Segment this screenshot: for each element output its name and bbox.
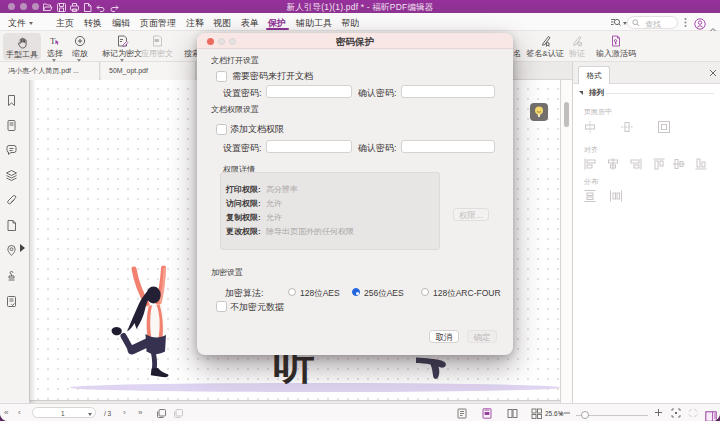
doc-open-section-label: 文档打开设置 [211,55,259,66]
zoom-label: 缩放 [69,48,91,59]
menu-file[interactable]: 文件 [8,17,33,30]
tab-page-manage[interactable]: 页面管理 [140,17,176,30]
document-icon[interactable] [5,219,18,232]
tab-comment[interactable]: 注释 [186,17,204,30]
destinations-icon[interactable] [5,244,18,257]
sidebar-expand-handle[interactable] [20,244,25,252]
no-meta-checkbox[interactable] [216,301,227,312]
require-password-checkbox[interactable] [216,71,227,82]
copy-perm-label: 复制权限: [226,212,261,223]
bookmarks-icon[interactable] [5,94,18,107]
distribute-horizontal-icon[interactable] [609,189,623,203]
tab-form[interactable]: 表单 [241,17,259,30]
align-top-icon[interactable] [652,157,666,171]
more-options-icon[interactable] [684,17,687,28]
align-left-icon[interactable] [583,157,597,171]
prev-view-icon[interactable] [156,408,167,419]
set-password-input-1[interactable] [266,85,352,98]
sign-certify-button[interactable]: 签名&认证 [524,33,566,59]
dialog-titlebar: 密码保护 [197,33,513,49]
attachments-icon[interactable] [5,194,18,207]
confirm-password-input-2[interactable] [401,140,495,153]
doc-permission-section-label: 文档权限设置 [211,104,259,115]
fit-page-icon[interactable] [671,408,681,418]
panel-close-icon[interactable] [709,69,717,79]
radio-256aes[interactable] [352,288,360,296]
next-view-icon[interactable] [173,408,184,419]
single-page-view-icon[interactable] [457,408,467,419]
password-protect-dialog: 密码保护 文档打开设置 需要密码来打开文档 设置密码: 确认密码: 文档权限设置… [197,33,513,355]
zoom-out-icon[interactable] [563,409,571,417]
doc-tab-2[interactable]: 50M_opt.pdf [101,62,196,80]
add-permission-checkbox[interactable] [216,124,227,135]
set-password-input-2[interactable] [266,140,352,153]
set-password-label-2: 设置密码: [223,142,262,155]
activation-button[interactable]: 输入激活码 [594,33,638,59]
tab-help[interactable]: 帮助 [341,17,359,30]
zoom-in-icon[interactable] [654,408,663,417]
sign-certify-label: 签名&认证 [524,48,566,59]
confirm-password-input-1[interactable] [401,85,495,98]
ok-button[interactable]: 确定 [467,330,497,343]
assistant-bulb-button[interactable] [530,103,548,121]
cancel-button[interactable]: 取消 [429,330,459,343]
first-page-icon[interactable]: « [4,407,8,418]
radio-arcfour[interactable] [421,288,429,296]
select-button[interactable]: T 选择 [44,33,66,59]
find-input[interactable]: 查找 [627,16,678,29]
center-both-icon[interactable] [657,120,671,134]
comments-icon[interactable] [5,144,18,157]
signature-icon[interactable] [5,269,18,282]
tab-view[interactable]: 视图 [213,17,231,30]
bulb-icon [534,106,544,119]
center-horizontal-icon[interactable] [583,120,597,134]
zoom-slider-knob[interactable] [581,411,589,419]
align-hcenter-icon[interactable] [606,157,620,171]
align-bottom-icon[interactable] [694,157,708,171]
permissions-button[interactable]: 权限... [453,208,489,221]
tab-convert[interactable]: 转换 [84,17,102,30]
advanced-search-icon[interactable] [610,17,621,28]
chevron-down-icon [29,22,33,25]
radio-128aes[interactable] [288,288,296,296]
scrollbar-thumb[interactable] [564,102,569,127]
tab-accessibility[interactable]: 辅助工具 [296,17,332,30]
verify-button[interactable]: 验证 [567,33,587,59]
continuous-view-icon[interactable] [482,408,492,419]
apply-redact-label: 应用密文 [138,48,176,59]
sidebar-shadow [30,80,36,403]
align-right-icon[interactable] [629,157,643,171]
add-permission-label: 添加文档权限 [230,123,284,136]
grid-view-icon[interactable] [531,408,542,419]
fields-icon[interactable] [5,295,18,308]
access-perm-label: 访问权限: [226,198,261,209]
page-number-input[interactable]: 1 [32,407,96,418]
last-page-icon[interactable]: » [138,407,142,418]
facing-view-icon[interactable] [507,408,518,419]
activation-icon [594,33,638,48]
change-perm-value: 除导出页面外的任何权限 [266,226,354,237]
section-collapse-icon[interactable] [579,91,583,95]
svg-text:T: T [50,36,56,46]
doc-tab-1[interactable]: 冯小惠-个人简历.pdf ... [0,62,100,80]
next-page-icon[interactable]: › [123,407,126,418]
layers-icon[interactable] [5,169,18,182]
tab-home[interactable]: 主页 [56,17,74,30]
find-placeholder: 查找 [645,19,661,30]
prev-page-icon[interactable]: ‹ [18,407,21,418]
panel-toggle-icon[interactable] [705,408,717,421]
radio-arcfour-label: 128位ARC-FOUR [433,288,501,300]
apply-redact-button[interactable]: 应用密文 [138,33,176,59]
perm-detail-box: 打印权限: 高分辨率 访问权限: 允许 复制权限: 允许 更改权限: 除导出页面… [220,172,440,250]
vertical-scrollbar[interactable] [560,80,572,403]
active-tab-underline [266,28,289,30]
center-vertical-icon[interactable] [620,120,634,134]
fullscreen-icon[interactable] [688,408,698,418]
distribute-vertical-icon[interactable] [583,189,597,203]
tab-edit[interactable]: 编辑 [112,17,130,30]
panel-tab-format[interactable]: 格式 [578,66,610,84]
zoom-button[interactable]: 缩放 [69,33,91,59]
copy-perm-value: 允许 [266,212,282,223]
align-vcenter-icon[interactable] [672,157,686,171]
pages-icon[interactable] [5,119,18,132]
